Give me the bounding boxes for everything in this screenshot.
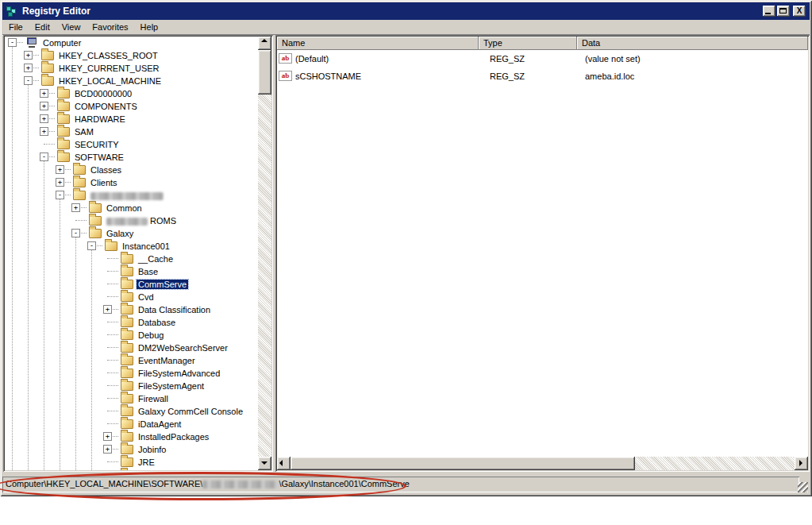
tree-item-filesystemadvanced[interactable]: FileSystemAdvanced <box>5 367 258 380</box>
expand-icon[interactable]: + <box>40 114 48 123</box>
tree-item-label[interactable]: HKEY_CURRENT_USER <box>57 64 161 73</box>
expand-icon[interactable]: + <box>103 432 112 441</box>
menu-item-edit[interactable]: Edit <box>29 21 56 33</box>
collapse-icon[interactable]: - <box>87 241 96 250</box>
tree-item-computer[interactable]: -Computer <box>5 37 258 49</box>
tree-item-roms[interactable]: ROMS <box>5 214 258 227</box>
tree-item-label[interactable]: JRE <box>137 457 156 467</box>
tree-item-instance001[interactable]: -Instance001 <box>5 240 258 253</box>
expand-icon[interactable]: + <box>40 102 48 110</box>
expand-icon[interactable]: + <box>40 89 48 98</box>
expand-icon[interactable]: + <box>103 305 112 314</box>
tree-item-label[interactable]: ROMS <box>105 216 178 226</box>
tree-item-label[interactable]: Galaxy CommCell Console <box>137 407 244 416</box>
tree-item-label[interactable]: CommServe <box>137 280 188 289</box>
tree-item-database[interactable]: Database <box>5 316 258 329</box>
menu-item-file[interactable]: File <box>3 21 29 33</box>
expand-icon[interactable]: + <box>71 203 80 212</box>
collapse-icon[interactable]: - <box>8 38 17 47</box>
expand-icon[interactable]: + <box>40 127 48 136</box>
close-button[interactable]: X <box>793 6 806 17</box>
tree-item-label[interactable]: SECURITY <box>73 140 121 149</box>
tree-item-commserve[interactable]: CommServe <box>5 278 258 291</box>
tree-item-jobinfo[interactable]: +Jobinfo <box>5 443 258 456</box>
title-bar[interactable]: Registry Editor X <box>2 2 810 20</box>
menu-item-view[interactable]: View <box>56 21 87 33</box>
resize-grip[interactable] <box>798 482 808 492</box>
tree-item-hkey-current-user[interactable]: +HKEY_CURRENT_USER <box>5 62 258 75</box>
collapse-icon[interactable]: - <box>71 229 80 237</box>
tree-item-security[interactable]: SECURITY <box>5 138 258 151</box>
tree-item-label[interactable]: SAM <box>73 127 95 137</box>
tree-item-label[interactable]: Debug <box>137 330 165 340</box>
value-row-scshostname[interactable]: absCSHOSTNAMEREG_SZameba.id.loc <box>277 68 808 86</box>
tree-item--cache[interactable]: __Cache <box>5 253 258 265</box>
tree-item-library[interactable]: Library <box>5 469 258 470</box>
tree-item-label[interactable]: Jobinfo <box>137 445 167 454</box>
values-viewport[interactable]: ab(Default)REG_SZ(value not set)absCSHOS… <box>277 50 808 457</box>
tree-item-label[interactable]: HARDWARE <box>73 114 127 124</box>
tree-item-label[interactable]: Database <box>137 318 177 327</box>
tree-item-redacted[interactable]: - <box>5 189 258 202</box>
expand-icon[interactable]: + <box>24 51 33 60</box>
tree-item-label[interactable] <box>89 191 165 200</box>
values-scroll-left-button[interactable] <box>277 457 291 470</box>
tree-item-jre[interactable]: JRE <box>5 456 258 469</box>
tree-item-components[interactable]: +COMPONENTS <box>5 100 258 113</box>
values-horizontal-scroll-thumb[interactable] <box>291 457 635 470</box>
tree-item-label[interactable]: Computer <box>41 38 83 48</box>
tree-item-label[interactable]: Firewall <box>137 394 170 403</box>
tree-item-classes[interactable]: +Classes <box>5 164 258 176</box>
tree-item-base[interactable]: Base <box>5 265 258 278</box>
column-header-type[interactable]: Type <box>479 37 577 50</box>
tree-item-label[interactable]: Cvd <box>137 292 156 302</box>
tree-item-hardware[interactable]: +HARDWARE <box>5 113 258 125</box>
tree-item-idataagent[interactable]: iDataAgent <box>5 418 258 430</box>
tree-item-filesystemagent[interactable]: FileSystemAgent <box>5 380 258 392</box>
tree-item-cvd[interactable]: Cvd <box>5 291 258 303</box>
tree-item-installedpackages[interactable]: +InstalledPackages <box>5 430 258 443</box>
menu-item-help[interactable]: Help <box>135 21 164 33</box>
tree-item-label[interactable]: Clients <box>89 178 119 187</box>
expand-icon[interactable]: + <box>56 165 64 174</box>
value-row--default-[interactable]: ab(Default)REG_SZ(value not set) <box>277 51 808 68</box>
tree-item-label[interactable]: EventManager <box>137 356 197 365</box>
tree-item-label[interactable]: Instance001 <box>121 241 171 251</box>
tree-item-galaxy-commcell-console[interactable]: Galaxy CommCell Console <box>5 405 258 418</box>
tree-item-label[interactable]: Galaxy <box>105 229 135 238</box>
tree-item-bcd00000000[interactable]: +BCD00000000 <box>5 87 258 100</box>
tree-item-debug[interactable]: Debug <box>5 329 258 342</box>
tree-item-data-classification[interactable]: +Data Classification <box>5 303 258 316</box>
tree-item-label[interactable]: COMPONENTS <box>73 102 139 111</box>
tree-item-hkey-classes-root[interactable]: +HKEY_CLASSES_ROOT <box>5 49 258 62</box>
tree-item-label[interactable]: FileSystemAgent <box>137 381 206 391</box>
values-scroll-right-button[interactable] <box>795 457 808 470</box>
tree-item-label[interactable]: iDataAgent <box>137 419 183 429</box>
tree-item-common[interactable]: +Common <box>5 202 258 214</box>
maximize-button[interactable] <box>777 6 790 17</box>
tree-item-software[interactable]: -SOFTWARE <box>5 151 258 164</box>
tree-item-label[interactable]: Common <box>105 203 144 213</box>
tree-scroll-down-button[interactable] <box>258 457 271 470</box>
tree-item-label[interactable]: Data Classification <box>137 305 212 315</box>
column-header-name[interactable]: Name <box>277 37 479 50</box>
tree-item-label[interactable]: Base <box>137 267 160 276</box>
tree-item-label[interactable]: Classes <box>89 165 123 175</box>
tree-item-eventmanager[interactable]: EventManager <box>5 354 258 367</box>
tree-item-galaxy[interactable]: -Galaxy <box>5 227 258 240</box>
tree-scroll-up-button[interactable] <box>258 37 271 50</box>
tree-item-label[interactable]: __Cache <box>137 254 175 264</box>
tree-item-label[interactable]: FileSystemAdvanced <box>137 369 221 378</box>
tree-item-label[interactable]: HKEY_CLASSES_ROOT <box>57 51 160 60</box>
expand-icon[interactable]: + <box>24 64 33 72</box>
collapse-icon[interactable]: - <box>56 191 64 199</box>
tree-vertical-scrollbar[interactable] <box>258 37 271 470</box>
menu-item-favorites[interactable]: Favorites <box>87 21 133 33</box>
tree-item-label[interactable]: InstalledPackages <box>137 432 210 442</box>
tree-item-label[interactable]: BCD00000000 <box>73 89 133 98</box>
tree-item-clients[interactable]: +Clients <box>5 176 258 189</box>
tree-item-dm2websearchserver[interactable]: DM2WebSearchServer <box>5 342 258 354</box>
collapse-icon[interactable]: - <box>40 152 48 161</box>
tree-item-sam[interactable]: +SAM <box>5 125 258 138</box>
tree-viewport[interactable]: -Computer+HKEY_CLASSES_ROOT+HKEY_CURRENT… <box>5 37 258 470</box>
